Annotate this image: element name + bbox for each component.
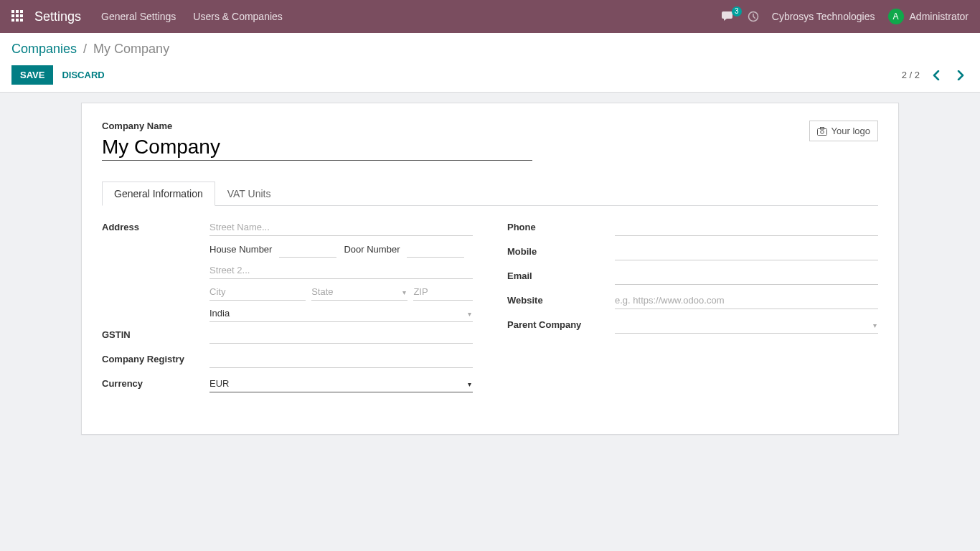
parent-company-input[interactable] bbox=[615, 316, 878, 334]
country-input[interactable] bbox=[209, 305, 473, 322]
house-number-label: House Number bbox=[209, 244, 272, 255]
city-input[interactable] bbox=[209, 283, 306, 301]
phone-label: Phone bbox=[507, 219, 615, 232]
street2-input[interactable] bbox=[209, 262, 473, 279]
avatar: A bbox=[888, 9, 904, 24]
tab-general-information[interactable]: General Information bbox=[102, 182, 215, 206]
top-navbar: Settings General Settings Users & Compan… bbox=[0, 0, 980, 33]
logo-label: Your logo bbox=[831, 126, 870, 136]
user-name: Administrator bbox=[910, 11, 969, 22]
company-name-label: Company Name bbox=[102, 121, 532, 131]
svg-rect-1 bbox=[817, 128, 826, 135]
pager-text: 2 / 2 bbox=[902, 70, 920, 80]
pager-next[interactable] bbox=[953, 67, 969, 83]
pager-prev[interactable] bbox=[928, 67, 944, 83]
website-label: Website bbox=[507, 292, 615, 306]
right-column: Phone Mobile Email Website Parent Compan… bbox=[507, 219, 878, 400]
company-name-input[interactable] bbox=[102, 134, 532, 161]
pager: 2 / 2 bbox=[902, 67, 969, 83]
camera-icon bbox=[817, 127, 827, 136]
breadcrumb-current: My Company bbox=[93, 42, 169, 56]
company-registry-input[interactable] bbox=[209, 351, 473, 368]
action-bar: Companies / My Company SAVE DISCARD 2 / … bbox=[0, 33, 980, 93]
breadcrumb-parent[interactable]: Companies bbox=[11, 42, 77, 56]
email-input[interactable] bbox=[615, 268, 878, 285]
door-number-input[interactable] bbox=[407, 240, 464, 258]
app-title: Settings bbox=[34, 9, 81, 24]
nav-users-companies[interactable]: Users & Companies bbox=[193, 11, 283, 22]
parent-company-label: Parent Company bbox=[507, 316, 615, 330]
logo-upload[interactable]: Your logo bbox=[809, 121, 878, 141]
currency-label: Currency bbox=[102, 375, 209, 389]
tabs: General Information VAT Units bbox=[102, 181, 878, 206]
website-input[interactable] bbox=[615, 292, 878, 309]
form-sheet: Company Name Your logo General Informati… bbox=[81, 103, 899, 435]
house-number-input[interactable] bbox=[279, 240, 336, 258]
breadcrumb: Companies / My Company bbox=[11, 42, 969, 57]
mobile-input[interactable] bbox=[615, 243, 878, 260]
currency-input[interactable] bbox=[209, 375, 473, 392]
state-input[interactable] bbox=[311, 283, 407, 301]
street-input[interactable] bbox=[209, 219, 473, 236]
messages-badge: 3 bbox=[732, 6, 742, 17]
messages-icon[interactable]: 3 bbox=[722, 11, 735, 22]
tab-vat-units[interactable]: VAT Units bbox=[215, 182, 283, 206]
user-menu[interactable]: A Administrator bbox=[888, 9, 969, 24]
mobile-label: Mobile bbox=[507, 243, 615, 257]
address-label: Address bbox=[102, 219, 209, 232]
discard-button[interactable]: DISCARD bbox=[53, 65, 113, 85]
zip-input[interactable] bbox=[413, 283, 473, 301]
gstin-label: GSTIN bbox=[102, 326, 209, 340]
nav-general-settings[interactable]: General Settings bbox=[101, 11, 176, 22]
save-button[interactable]: SAVE bbox=[11, 65, 53, 85]
email-label: Email bbox=[507, 268, 615, 281]
phone-input[interactable] bbox=[615, 219, 878, 236]
left-column: Address House Number Door Number bbox=[102, 219, 473, 400]
svg-rect-3 bbox=[820, 127, 824, 129]
svg-point-2 bbox=[820, 130, 824, 133]
apps-icon[interactable] bbox=[11, 10, 24, 23]
company-switcher[interactable]: Cybrosys Technologies bbox=[772, 11, 875, 22]
company-registry-label: Company Registry bbox=[102, 351, 209, 364]
activity-icon[interactable] bbox=[748, 11, 759, 22]
door-number-label: Door Number bbox=[344, 244, 400, 255]
gstin-input[interactable] bbox=[209, 326, 473, 344]
